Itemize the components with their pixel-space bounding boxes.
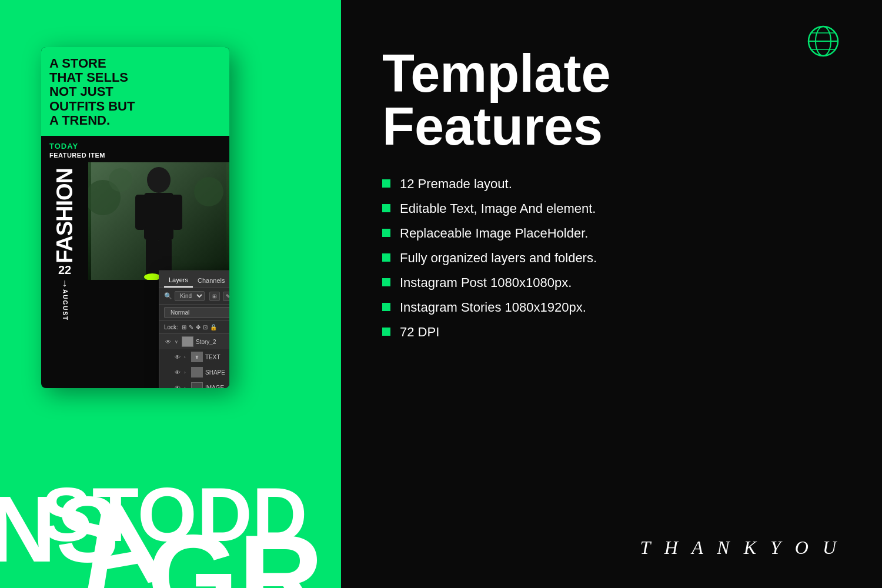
title-line1: Template [382,44,610,103]
feature-text-7: 72 DPI [400,325,439,340]
svg-rect-5 [146,239,159,277]
lock-icons: ⊞ ✎ ✥ ⊡ 🔒 [182,324,217,330]
collapse-arrow[interactable]: ∨ [175,339,179,345]
fashion-vertical-text: FASHION [52,168,78,263]
svg-rect-2 [144,193,173,240]
bullet-icon-5 [382,278,390,286]
phone-content-row: FASHION 22 ↓ AUGUST [41,162,229,280]
layer-name: Story_2 [196,339,216,345]
globe-icon [806,24,841,59]
layer-filter-icons: ⊞ ✎ T ⬜ 🔒 ● [209,292,229,301]
feature-item-1: 12 Premade layout. [382,176,841,192]
layer-thumb [182,336,193,347]
expand-arrow[interactable]: › [184,370,189,375]
layer-name: TEXT [205,354,220,360]
expand-arrow[interactable]: › [184,385,189,389]
eye-icon[interactable]: 👁 [173,383,182,388]
expand-arrow[interactable]: › [184,355,189,360]
feature-item-3: Replaceable Image PlaceHolder. [382,226,841,241]
date-number: 22 [58,263,71,277]
kind-select[interactable]: Kind [175,291,205,301]
layers-search-bar: 🔍 Kind ⊞ ✎ T ⬜ 🔒 ● [159,288,229,305]
eye-icon[interactable]: 👁 [164,338,172,346]
search-icon: 🔍 [164,292,172,300]
layer-name: IMAGE [205,385,224,389]
layer-image[interactable]: 👁 › IMAGE [159,380,229,388]
layers-blend-row: Normal Opacity: ∨ [159,305,229,321]
phone-header: A STORETHAT SELLSNOT JUSTOUTFITS BUTA TR… [41,47,229,136]
phone-photo [88,162,229,280]
features-list: 12 Premade layout. Editable Text, Image … [382,176,841,349]
blend-mode-select[interactable]: Normal [164,307,229,318]
bullet-icon-2 [382,204,390,212]
phone-today-section: TODAY FEATURED ITEM [41,136,229,162]
layer-name: SHAPE [205,369,225,376]
eye-icon[interactable]: 👁 [173,353,182,361]
thank-you-text: T H A N K Y O U [640,537,841,559]
feature-text-1: 12 Premade layout. [400,176,512,192]
adjust-filter-btn[interactable]: ✎ [223,292,229,301]
globe-icon-container [806,24,841,61]
lock-brush[interactable]: ✎ [189,324,193,330]
layers-tab-layers[interactable]: Layers [164,273,193,288]
month-label: AUGUST [62,289,68,321]
bottom-deco: NS STODD A GR [0,412,341,588]
layers-tab-channels[interactable]: Channels [193,274,229,287]
layer-thumb [191,382,203,388]
phone-left-col: FASHION 22 ↓ AUGUST [41,162,88,280]
feature-item-6: Instagram Stories 1080x1920px. [382,300,841,315]
feature-text-2: Editable Text, Image And element. [400,201,596,216]
phone-headline: A STORETHAT SELLSNOT JUSTOUTFITS BUTA TR… [49,56,221,128]
svg-rect-3 [135,195,146,230]
feature-text-6: Instagram Stories 1080x1920px. [400,300,586,315]
lock-label: Lock: [164,324,178,330]
lock-move[interactable]: ✥ [196,324,201,330]
eye-icon[interactable]: 👁 [173,368,182,376]
layer-thumb [191,367,203,377]
layers-panel[interactable]: Layers Channels Paths ≡ 🔍 Kind ⊞ ✎ T ⬜ 🔒… [159,270,229,388]
feature-item-5: Instagram Post 1080x1080px. [382,275,841,290]
layers-list: 👁 ∨ Story_2 👁 › T TEXT 👁 › SHAP [159,334,229,388]
bullet-icon-1 [382,179,390,188]
featured-label: FEATURED ITEM [49,152,221,159]
lock-icon[interactable]: 🔒 [210,324,217,330]
bullet-icon-4 [382,253,390,262]
feature-item-4: Fully organized layers and folders. [382,250,841,266]
bullet-icon-7 [382,328,390,336]
title-line2: Features [382,97,603,156]
lock-artboard[interactable]: ⊡ [203,324,208,330]
today-label: TODAY [49,142,221,151]
bullet-icon-3 [382,229,390,237]
feature-item-7: 72 DPI [382,325,841,340]
layer-text[interactable]: 👁 › T TEXT [159,349,229,365]
svg-point-10 [194,177,223,206]
phone-mockup: A STORETHAT SELLSNOT JUSTOUTFITS BUTA TR… [41,47,229,388]
bullet-icon-6 [382,303,390,311]
layer-story2[interactable]: 👁 ∨ Story_2 [159,334,229,349]
pixel-filter-btn[interactable]: ⊞ [209,292,220,301]
layer-thumb: T [191,352,203,362]
arrow-icon: ↓ [62,277,68,289]
feature-item-2: Editable Text, Image And element. [382,201,841,216]
left-panel: A STORETHAT SELLSNOT JUSTOUTFITS BUTA TR… [0,0,341,588]
feature-text-3: Replaceable Image PlaceHolder. [400,226,588,241]
lock-checkerboard[interactable]: ⊞ [182,324,186,330]
main-title: Template Features [382,47,841,153]
feature-text-4: Fully organized layers and folders. [400,250,597,266]
svg-rect-4 [172,195,182,230]
svg-point-1 [147,167,171,193]
layers-lock-row: Lock: ⊞ ✎ ✥ ⊡ 🔒 Fill: ∨ [159,321,229,334]
layers-tabs: Layers Channels Paths ≡ [159,271,229,288]
big-letter-gr: GR [147,517,323,588]
right-panel: Template Features 12 Premade layout. Edi… [341,0,882,588]
svg-point-11 [109,168,132,192]
layer-shape[interactable]: 👁 › SHAPE [159,365,229,380]
feature-text-5: Instagram Post 1080x1080px. [400,275,572,290]
